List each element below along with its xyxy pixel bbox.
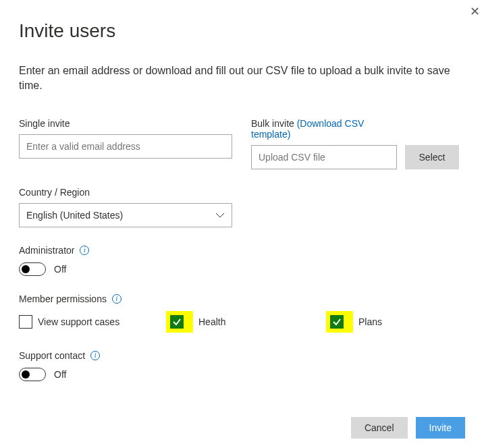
country-select[interactable]: English (United States)	[19, 203, 232, 227]
administrator-label: Administrator	[19, 245, 74, 256]
view-support-cases-checkbox[interactable]	[19, 315, 32, 329]
info-icon[interactable]: i	[80, 246, 89, 255]
country-value: English (United States)	[26, 210, 123, 221]
toggle-knob	[22, 370, 30, 379]
info-icon[interactable]: i	[90, 351, 100, 360]
health-checkbox[interactable]	[170, 315, 184, 329]
support-contact-state: Off	[54, 369, 66, 380]
plans-checkbox[interactable]	[330, 315, 344, 329]
single-invite-label: Single invite	[19, 118, 232, 129]
bulk-invite-input[interactable]	[251, 145, 397, 169]
country-label: Country / Region	[19, 187, 465, 198]
single-invite-input[interactable]	[19, 134, 232, 159]
invite-button[interactable]: Invite	[416, 417, 465, 439]
cancel-button[interactable]: Cancel	[351, 417, 408, 439]
member-permissions-label: Member permissions	[19, 293, 107, 304]
perm-label-plans: Plans	[358, 316, 382, 327]
administrator-state: Off	[54, 264, 66, 275]
bulk-invite-label: Bulk invite	[251, 118, 294, 129]
administrator-toggle[interactable]	[19, 262, 46, 276]
support-contact-label: Support contact	[19, 350, 85, 361]
info-icon[interactable]: i	[112, 294, 122, 304]
page-title: Invite users	[19, 20, 465, 42]
toggle-knob	[22, 265, 30, 273]
perm-label-health: Health	[198, 316, 225, 327]
perm-label-support: View support cases	[38, 316, 119, 327]
support-contact-toggle[interactable]	[19, 368, 46, 381]
select-file-button[interactable]: Select	[405, 145, 459, 169]
chevron-down-icon	[215, 211, 225, 220]
page-description: Enter an email address or download and f…	[19, 63, 465, 94]
close-icon[interactable]: ✕	[470, 4, 480, 19]
